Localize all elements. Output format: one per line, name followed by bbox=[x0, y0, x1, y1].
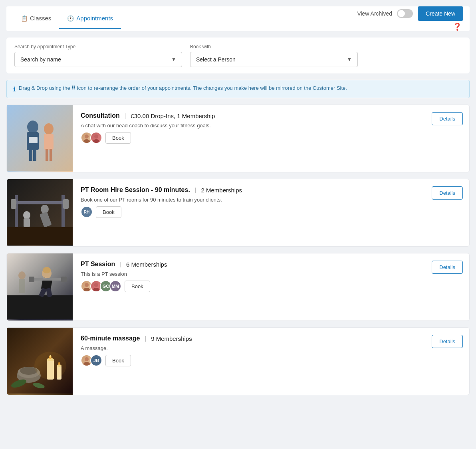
svg-rect-6 bbox=[44, 134, 54, 150]
svg-point-37 bbox=[85, 283, 89, 287]
card-title: 60-minute massage bbox=[81, 335, 140, 342]
card-price: 9 Memberships bbox=[151, 335, 192, 342]
svg-point-19 bbox=[41, 205, 49, 214]
info-icon: ℹ bbox=[13, 85, 16, 93]
svg-point-38 bbox=[83, 288, 90, 291]
svg-rect-7 bbox=[46, 149, 48, 161]
avatar: RH bbox=[81, 206, 93, 218]
toggle-slider bbox=[397, 9, 413, 18]
tab-appointments[interactable]: 🕐 Appointments bbox=[59, 8, 121, 29]
appointment-type-label: Search by Appointment Type bbox=[14, 44, 182, 49]
card-image-consultation bbox=[7, 105, 73, 172]
card-price: 2 Memberships bbox=[201, 187, 242, 194]
book-with-select[interactable]: Select a Person ▼ bbox=[190, 52, 358, 67]
svg-rect-9 bbox=[29, 137, 38, 143]
appointment-card: 60-minute massage | 9 Memberships A mass… bbox=[6, 327, 470, 395]
appointment-type-select[interactable]: Search by name ▼ bbox=[14, 52, 182, 67]
card-price: £30.00 Drop-Ins, 1 Membership bbox=[131, 113, 215, 119]
nav-tabs: 📋 Classes 🕐 Appointments bbox=[13, 8, 121, 29]
details-button[interactable]: Details bbox=[432, 186, 463, 200]
card-actions: Details bbox=[425, 179, 469, 246]
svg-rect-4 bbox=[33, 149, 36, 161]
svg-rect-3 bbox=[29, 149, 32, 161]
filter-bar: Search by Appointment Type Search by nam… bbox=[6, 38, 470, 73]
chevron-down-icon-2: ▼ bbox=[347, 57, 352, 62]
card-header: 60-minute massage | 9 Memberships bbox=[81, 335, 417, 342]
card-content: PT Session | 6 Memberships This is a PT … bbox=[73, 253, 425, 320]
appointment-card: PT Session | 6 Memberships This is a PT … bbox=[6, 253, 470, 321]
avatar-group: GC MM bbox=[81, 280, 119, 292]
avatar-group: JB bbox=[81, 354, 100, 366]
card-content: PT Room Hire Session - 90 minutes. | 2 M… bbox=[73, 179, 425, 246]
svg-point-12 bbox=[94, 135, 98, 138]
tab-classes[interactable]: 📋 Classes bbox=[13, 8, 59, 29]
avatar: JB bbox=[90, 354, 102, 366]
card-image-pt-room bbox=[7, 179, 73, 246]
svg-rect-33 bbox=[29, 277, 34, 282]
card-image-massage bbox=[7, 328, 73, 395]
appointments-icon: 🕐 bbox=[67, 15, 74, 22]
help-icon[interactable]: ❓ bbox=[453, 22, 462, 31]
svg-rect-21 bbox=[11, 199, 16, 209]
svg-rect-8 bbox=[50, 149, 52, 161]
card-footer: GC MM Book bbox=[81, 280, 417, 292]
appointments-tab-label: Appointments bbox=[76, 15, 113, 22]
card-description: Book one of our PT rooms for 90 minutes … bbox=[81, 197, 417, 203]
card-footer: RH Book bbox=[81, 206, 417, 218]
classes-icon: 📋 bbox=[21, 15, 28, 22]
svg-point-10 bbox=[85, 135, 89, 138]
avatar-group bbox=[81, 132, 100, 144]
consultation-image bbox=[7, 105, 73, 171]
view-archived-toggle[interactable] bbox=[397, 9, 413, 18]
svg-rect-24 bbox=[24, 218, 30, 227]
classes-tab-label: Classes bbox=[30, 15, 51, 22]
card-image-pt-session bbox=[7, 253, 73, 320]
svg-point-13 bbox=[93, 139, 99, 143]
svg-rect-32 bbox=[31, 278, 63, 281]
card-title: PT Room Hire Session - 90 minutes. bbox=[81, 186, 190, 194]
massage-image bbox=[7, 328, 73, 394]
details-button[interactable]: Details bbox=[432, 335, 463, 348]
book-button[interactable]: Book bbox=[105, 355, 131, 366]
card-description: A massage. bbox=[81, 345, 417, 351]
card-footer: JB Book bbox=[81, 354, 417, 366]
avatar bbox=[90, 132, 102, 144]
pt-room-image bbox=[7, 179, 73, 245]
book-button[interactable]: Book bbox=[125, 281, 150, 292]
card-description: A chat with our head coach to discuss yo… bbox=[81, 123, 417, 129]
card-description: This is a PT session bbox=[81, 271, 417, 277]
svg-point-1 bbox=[27, 121, 38, 133]
card-header: Consultation | £30.00 Drop-Ins, 1 Member… bbox=[81, 112, 417, 119]
svg-point-54 bbox=[34, 352, 66, 380]
book-button[interactable]: Book bbox=[96, 206, 121, 218]
svg-point-28 bbox=[43, 267, 51, 273]
info-banner: ℹ Drag & Drop using the ⠿ icon to re-arr… bbox=[6, 80, 470, 98]
card-actions: Details bbox=[425, 105, 469, 172]
avatar-group: RH bbox=[81, 206, 90, 218]
card-title: Consultation bbox=[81, 112, 120, 119]
card-price: 6 Memberships bbox=[126, 261, 167, 268]
svg-rect-15 bbox=[7, 227, 73, 245]
svg-rect-34 bbox=[61, 277, 67, 282]
card-content: Consultation | £30.00 Drop-Ins, 1 Member… bbox=[73, 105, 425, 172]
appointment-type-value: Search by name bbox=[20, 56, 61, 63]
svg-point-23 bbox=[23, 211, 30, 219]
create-new-button[interactable]: Create New bbox=[418, 6, 463, 21]
top-navigation: 📋 Classes 🕐 Appointments View Archived C… bbox=[6, 6, 470, 31]
appointment-card: PT Room Hire Session - 90 minutes. | 2 M… bbox=[6, 179, 470, 247]
svg-point-56 bbox=[83, 362, 90, 366]
svg-point-35 bbox=[18, 271, 26, 279]
appointments-list: Consultation | £30.00 Drop-Ins, 1 Member… bbox=[6, 105, 470, 395]
details-button[interactable]: Details bbox=[432, 261, 463, 274]
appointment-type-filter: Search by Appointment Type Search by nam… bbox=[14, 44, 182, 67]
book-button[interactable]: Book bbox=[105, 132, 131, 144]
book-with-value: Select a Person bbox=[196, 56, 236, 63]
pt-session-image bbox=[7, 253, 73, 319]
book-with-label: Book with bbox=[190, 44, 358, 49]
nav-right-wrapper: View Archived Create New ❓ bbox=[357, 6, 463, 31]
details-button[interactable]: Details bbox=[432, 112, 463, 125]
svg-point-5 bbox=[44, 123, 54, 135]
svg-rect-0 bbox=[7, 105, 73, 171]
card-header: PT Room Hire Session - 90 minutes. | 2 M… bbox=[81, 186, 417, 194]
svg-point-39 bbox=[94, 283, 98, 287]
